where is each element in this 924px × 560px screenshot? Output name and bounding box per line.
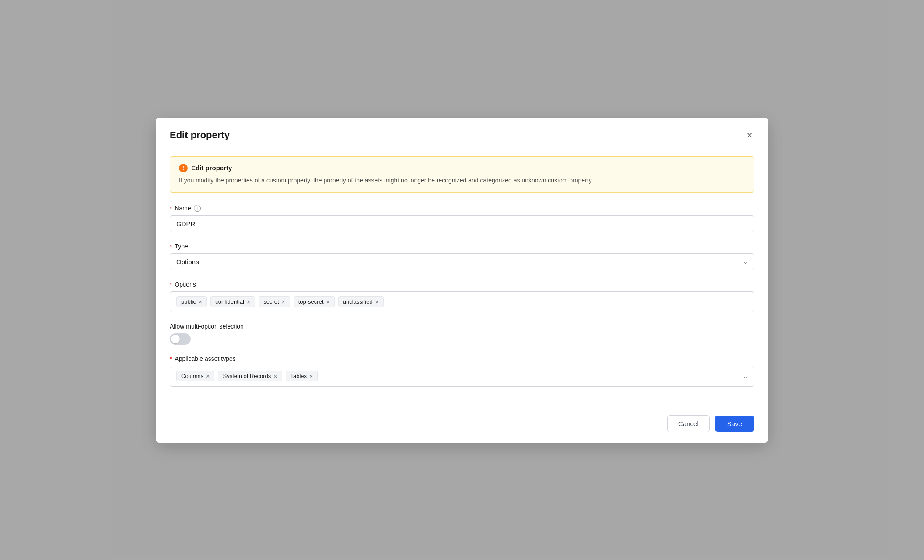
tag-confidential: confidential × xyxy=(210,296,255,307)
warning-title: ! Edit property xyxy=(179,164,745,172)
tag-tables: Tables × xyxy=(286,371,318,382)
asset-types-required-star: * xyxy=(170,355,172,362)
asset-types-label: * Applicable asset types xyxy=(170,355,754,362)
edit-property-modal: Edit property × ! Edit property If you m… xyxy=(156,118,768,443)
tag-columns-remove[interactable]: × xyxy=(206,373,210,379)
options-tags-input[interactable]: public × confidential × secret × top-sec… xyxy=(170,291,754,312)
warning-icon: ! xyxy=(179,164,188,172)
tag-unclassified: unclassified × xyxy=(338,296,384,307)
type-required-star: * xyxy=(170,243,172,250)
multi-option-toggle[interactable] xyxy=(170,333,191,345)
multi-option-label: Allow multi-option selection xyxy=(170,323,754,330)
tag-unclassified-remove[interactable]: × xyxy=(375,299,379,305)
tag-public-remove[interactable]: × xyxy=(199,299,202,305)
asset-types-tags-input[interactable]: Columns × System of Records × Tables × xyxy=(170,366,754,387)
tag-confidential-remove[interactable]: × xyxy=(247,299,250,305)
tag-columns-label: Columns xyxy=(181,373,203,379)
multi-option-group: Allow multi-option selection xyxy=(170,323,754,345)
type-field-group: * Type Options Text Number Date Boolean … xyxy=(170,243,754,270)
modal-header: Edit property × xyxy=(156,118,768,149)
type-label: * Type xyxy=(170,243,754,250)
type-label-text: Type xyxy=(175,243,188,250)
tag-columns: Columns × xyxy=(176,371,214,382)
toggle-slider xyxy=(170,333,191,345)
options-label: * Options xyxy=(170,281,754,288)
tag-public-label: public xyxy=(181,298,196,305)
name-label-text: Name xyxy=(175,205,191,212)
modal-overlay: Edit property × ! Edit property If you m… xyxy=(0,0,924,560)
modal-body: ! Edit property If you modify the proper… xyxy=(156,149,768,408)
tag-public: public × xyxy=(176,296,207,307)
options-required-star: * xyxy=(170,281,172,288)
multi-option-label-text: Allow multi-option selection xyxy=(170,323,244,330)
name-field-group: * Name i xyxy=(170,205,754,232)
tag-system-of-records: System of Records × xyxy=(218,371,282,382)
type-select[interactable]: Options Text Number Date Boolean xyxy=(170,253,754,270)
tag-tables-label: Tables xyxy=(290,373,307,379)
tag-system-of-records-label: System of Records xyxy=(223,373,271,379)
multi-option-toggle-wrapper xyxy=(170,333,754,345)
asset-types-group: * Applicable asset types Columns × Syste… xyxy=(170,355,754,387)
options-label-text: Options xyxy=(175,281,196,288)
tag-unclassified-label: unclassified xyxy=(343,298,373,305)
tag-tables-remove[interactable]: × xyxy=(309,373,313,379)
modal-title: Edit property xyxy=(170,130,230,141)
options-field-group: * Options public × confidential × secret… xyxy=(170,281,754,312)
warning-text: If you modify the properties of a custom… xyxy=(179,176,745,185)
asset-types-wrapper: Columns × System of Records × Tables × ⌄ xyxy=(170,366,754,387)
close-icon: × xyxy=(746,130,752,140)
tag-system-of-records-remove[interactable]: × xyxy=(273,373,277,379)
tag-secret: secret × xyxy=(259,296,290,307)
name-required-star: * xyxy=(170,205,172,212)
tag-top-secret: top-secret × xyxy=(294,296,335,307)
warning-banner: ! Edit property If you modify the proper… xyxy=(170,156,754,192)
tag-secret-remove[interactable]: × xyxy=(282,299,285,305)
close-button[interactable]: × xyxy=(745,128,754,142)
name-input[interactable] xyxy=(170,215,754,232)
type-select-wrapper: Options Text Number Date Boolean ⌄ xyxy=(170,253,754,270)
tag-top-secret-label: top-secret xyxy=(298,298,324,305)
modal-footer: Cancel Save xyxy=(156,408,768,443)
save-button[interactable]: Save xyxy=(715,416,754,432)
warning-title-text: Edit property xyxy=(191,164,232,172)
cancel-button[interactable]: Cancel xyxy=(667,415,710,432)
tag-top-secret-remove[interactable]: × xyxy=(326,299,330,305)
name-label: * Name i xyxy=(170,205,754,212)
tag-confidential-label: confidential xyxy=(215,298,244,305)
asset-types-label-text: Applicable asset types xyxy=(175,355,235,362)
name-info-icon: i xyxy=(194,205,201,212)
tag-secret-label: secret xyxy=(263,298,279,305)
